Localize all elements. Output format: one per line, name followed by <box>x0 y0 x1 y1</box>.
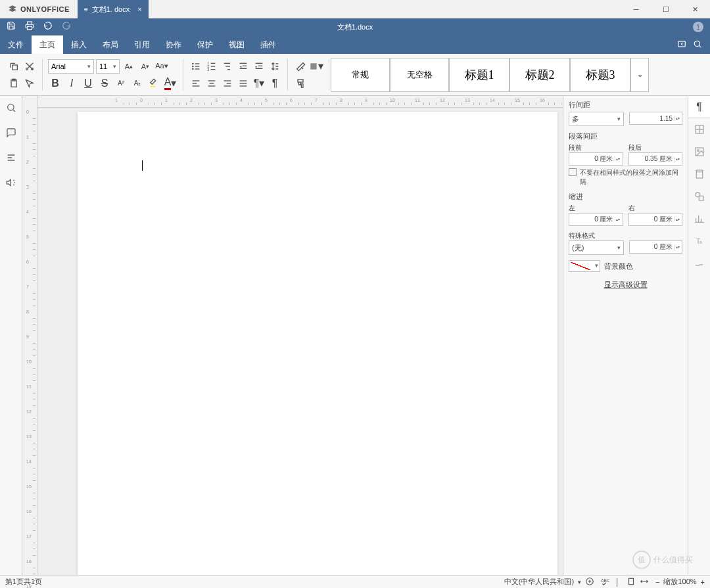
tab-chart[interactable] <box>688 208 711 230</box>
doc-tab[interactable]: ≡ 文档1. docx × <box>78 0 149 18</box>
numbering-icon[interactable]: 123 <box>204 59 219 74</box>
font-name-combo[interactable]: Arial▾ <box>48 59 94 74</box>
search-icon[interactable] <box>693 39 702 51</box>
bullets-icon[interactable] <box>189 59 203 74</box>
line-spacing-mode[interactable]: 多▾ <box>569 112 624 126</box>
select-icon[interactable] <box>22 76 37 91</box>
decrease-font-icon[interactable]: A▾ <box>138 59 153 74</box>
redo-icon[interactable] <box>62 21 71 33</box>
line-spacing-value[interactable]: 1.15▴▾ <box>629 112 683 125</box>
increase-font-icon[interactable]: A▴ <box>122 59 136 74</box>
close-button[interactable]: ✕ <box>680 0 710 18</box>
status-page[interactable]: 第1页共1页 <box>5 577 42 587</box>
comments-icon[interactable] <box>6 127 16 141</box>
highlight-icon[interactable] <box>147 76 161 91</box>
indent-right[interactable]: 0 厘米▴▾ <box>628 213 683 226</box>
pilcrow-icon[interactable]: ¶▾ <box>252 76 266 91</box>
status-zoom[interactable]: 缩放100% <box>663 577 696 587</box>
font-color-icon[interactable]: A▾ <box>163 76 178 91</box>
tab-image[interactable] <box>688 141 711 163</box>
zoom-out-icon[interactable]: − <box>655 578 659 586</box>
user-badge[interactable]: 1 <box>693 22 703 32</box>
space-after[interactable]: 0.35 厘米▴▾ <box>628 152 683 166</box>
subscript-icon[interactable]: A₂ <box>130 76 145 91</box>
space-before[interactable]: 0 厘米▴▾ <box>569 152 623 166</box>
justify-icon[interactable] <box>236 76 250 91</box>
tab-header-footer[interactable] <box>688 163 711 185</box>
bg-color-swatch[interactable]: ▾ <box>569 260 600 272</box>
horizontal-ruler[interactable]: 10123456789101112131415161718 <box>38 96 563 108</box>
menu-plugins[interactable]: 插件 <box>252 35 284 54</box>
menu-protect[interactable]: 保护 <box>189 35 221 54</box>
menu-references[interactable]: 引用 <box>126 35 158 54</box>
copy-icon[interactable] <box>7 59 21 74</box>
multilevel-icon[interactable] <box>220 59 235 74</box>
headings-icon[interactable] <box>6 152 16 166</box>
nonprinting-icon[interactable]: ¶ <box>268 76 282 91</box>
special-by[interactable]: 0 厘米▴▾ <box>629 240 683 254</box>
dedent-icon[interactable] <box>236 59 250 74</box>
align-left-icon[interactable] <box>189 76 203 91</box>
advanced-settings-link[interactable]: 显示高级设置 <box>569 280 682 290</box>
maximize-button[interactable]: ☐ <box>651 0 680 18</box>
special-combo[interactable]: (无)▾ <box>569 240 624 255</box>
font-size-combo[interactable]: 11▾ <box>96 59 120 74</box>
tab-textart[interactable]: Ta <box>688 230 711 252</box>
status-lang[interactable]: 中文(中华人民共和国) <box>504 577 574 587</box>
zoom-in-icon[interactable]: + <box>701 578 705 586</box>
paste-icon[interactable] <box>7 76 21 91</box>
superscript-icon[interactable]: A² <box>114 76 128 91</box>
bold-icon[interactable]: B <box>48 76 62 91</box>
style-h2[interactable]: 标题2 <box>509 58 570 92</box>
menu-layout[interactable]: 布局 <box>95 35 126 54</box>
underline-icon[interactable]: U <box>81 76 95 91</box>
shading-icon[interactable]: ▾ <box>309 59 323 74</box>
strike-icon[interactable]: S <box>97 76 112 91</box>
no-space-same-style-checkbox[interactable]: 不要在相同样式的段落之间添加间隔 <box>569 168 682 187</box>
style-more[interactable]: ⌄ <box>630 58 649 92</box>
find-icon[interactable] <box>6 102 16 116</box>
menu-home[interactable]: 主页 <box>32 35 63 54</box>
style-nospace[interactable]: 无空格 <box>390 58 449 92</box>
indent-icon[interactable] <box>252 59 266 74</box>
svg-rect-17 <box>211 62 216 63</box>
para-spacing-label: 段落间距 <box>569 131 682 141</box>
print-icon[interactable] <box>25 21 34 33</box>
align-right-icon[interactable] <box>220 76 235 91</box>
tab-shape[interactable] <box>688 185 711 208</box>
menu-view[interactable]: 视图 <box>221 35 252 54</box>
align-center-icon[interactable] <box>204 76 219 91</box>
svg-point-43 <box>7 104 13 110</box>
line-spacing-icon[interactable] <box>268 59 282 74</box>
indent-left[interactable]: 0 厘米▴▾ <box>569 213 623 226</box>
app-name: ONLYOFFICE <box>20 5 70 13</box>
style-normal[interactable]: 常规 <box>331 58 390 92</box>
fit-width-icon[interactable] <box>640 577 649 587</box>
vertical-ruler[interactable]: 01234567891011121314151617181920 <box>22 96 38 575</box>
menu-file[interactable]: 文件 <box>0 35 32 54</box>
format-painter-icon[interactable] <box>293 76 308 91</box>
undo-icon[interactable] <box>43 21 53 33</box>
menu-collab[interactable]: 协作 <box>158 35 189 54</box>
feedback-icon[interactable] <box>6 177 16 191</box>
menu-insert[interactable]: 插入 <box>63 35 95 54</box>
tab-signature[interactable] <box>688 252 711 275</box>
svg-rect-38 <box>240 80 247 81</box>
style-h1[interactable]: 标题1 <box>449 58 509 92</box>
spellcheck-icon[interactable]: ABC <box>600 577 610 587</box>
save-icon[interactable] <box>7 21 16 33</box>
style-h3[interactable]: 标题3 <box>570 58 630 92</box>
minimize-button[interactable]: ─ <box>621 0 651 18</box>
svg-rect-39 <box>240 83 247 83</box>
clear-format-icon[interactable] <box>293 59 308 74</box>
tab-table[interactable] <box>688 118 711 141</box>
close-tab-icon[interactable]: × <box>137 5 141 13</box>
track-changes-icon[interactable] <box>585 577 594 587</box>
italic-icon[interactable]: I <box>64 76 79 91</box>
cut-icon[interactable] <box>22 59 37 74</box>
page[interactable] <box>78 112 557 575</box>
fit-page-icon[interactable] <box>627 577 636 587</box>
tab-paragraph[interactable]: ¶ <box>688 96 710 118</box>
open-location-icon[interactable] <box>677 39 686 51</box>
change-case-icon[interactable]: Aa▾ <box>154 59 169 74</box>
